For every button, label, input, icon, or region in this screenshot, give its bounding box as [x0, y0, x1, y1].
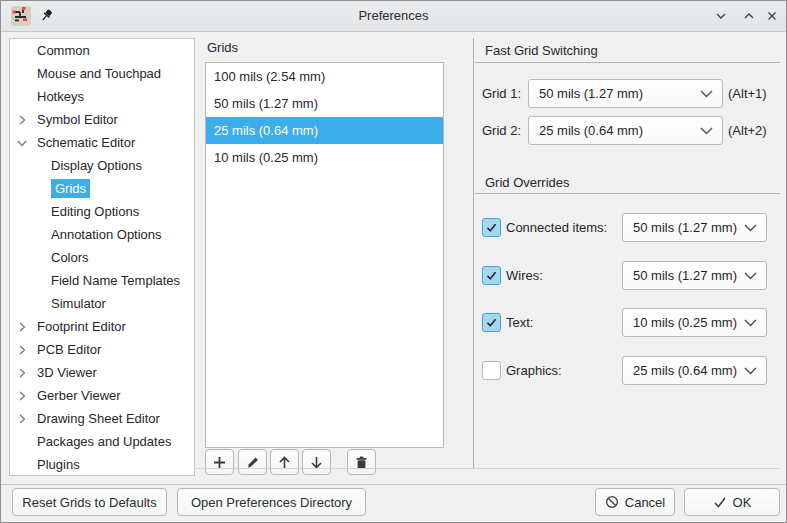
button-label: Cancel	[625, 495, 665, 510]
chevron-down-icon	[744, 272, 757, 280]
wires-dropdown[interactable]: 50 mils (1.27 mm)	[622, 261, 767, 290]
sidebar-item-symbol-editor[interactable]: Symbol Editor	[10, 108, 194, 131]
checkmark-icon	[485, 316, 498, 329]
sidebar-item-plugins[interactable]: Plugins	[10, 453, 194, 476]
sidebar-item-common[interactable]: Common	[10, 39, 194, 62]
text-label[interactable]: Text:	[506, 308, 533, 337]
grid2-value: 25 mils (0.64 mm)	[529, 123, 700, 138]
chevron-down-icon[interactable]	[17, 138, 27, 148]
graphics-value: 25 mils (0.64 mm)	[623, 363, 744, 378]
sidebar-item-label: Editing Options	[51, 204, 139, 219]
chevron-down-icon	[700, 127, 713, 135]
chevron-right-icon[interactable]	[17, 414, 27, 424]
sidebar-item-label: Colors	[51, 250, 89, 265]
move-grid-up-button[interactable]	[270, 449, 299, 475]
cancel-button[interactable]: Cancel	[595, 488, 675, 516]
sidebar-item-hotkeys[interactable]: Hotkeys	[10, 85, 194, 108]
sidebar-item-label-selected: Grids	[51, 179, 90, 198]
preferences-nav-tree: Common Mouse and Touchpad Hotkeys Symbol…	[9, 38, 195, 476]
text-checkbox[interactable]	[482, 313, 501, 332]
titlebar[interactable]: Preferences	[1, 1, 786, 32]
sidebar-item-label: Hotkeys	[37, 89, 84, 104]
sidebar-item-gerber-viewer[interactable]: Gerber Viewer	[10, 384, 194, 407]
button-label: Open Preferences Directory	[191, 495, 352, 510]
graphics-checkbox[interactable]	[482, 361, 501, 380]
grids-listbox[interactable]: 100 mils (2.54 mm) 50 mils (1.27 mm) 25 …	[205, 62, 444, 448]
grid1-dropdown[interactable]: 50 mils (1.27 mm)	[528, 79, 723, 108]
sidebar-item-label: Display Options	[51, 158, 142, 173]
chevron-right-icon[interactable]	[17, 115, 27, 125]
chevron-right-icon[interactable]	[17, 322, 27, 332]
sidebar-item-label: Common	[37, 43, 90, 58]
graphics-label[interactable]: Graphics:	[506, 356, 562, 385]
button-label: Reset Grids to Defaults	[22, 495, 156, 510]
wires-checkbox[interactable]	[482, 266, 501, 285]
connected-items-checkbox[interactable]	[482, 218, 501, 237]
page-bottom-border	[196, 468, 780, 469]
button-label: OK	[733, 495, 752, 510]
sidebar-item-packages-and-updates[interactable]: Packages and Updates	[10, 430, 194, 453]
connected-items-dropdown[interactable]: 50 mils (1.27 mm)	[622, 213, 767, 242]
sidebar-item-simulator[interactable]: Simulator	[10, 292, 194, 315]
sidebar-item-footprint-editor[interactable]: Footprint Editor	[10, 315, 194, 338]
sidebar-item-label: Simulator	[51, 296, 106, 311]
text-value: 10 mils (0.25 mm)	[623, 315, 744, 330]
reset-grids-to-defaults-button[interactable]: Reset Grids to Defaults	[12, 488, 167, 516]
connected-items-value: 50 mils (1.27 mm)	[623, 220, 744, 235]
checkmark-icon	[485, 269, 498, 282]
grid-list-item-selected[interactable]: 25 mils (0.64 mm)	[206, 117, 443, 144]
add-grid-button[interactable]	[205, 449, 234, 475]
connected-items-label[interactable]: Connected items:	[506, 213, 607, 242]
grid-list-item[interactable]: 50 mils (1.27 mm)	[206, 90, 443, 117]
edit-grid-button[interactable]	[238, 449, 267, 475]
chevron-down-icon	[700, 90, 713, 98]
footer-separator	[1, 484, 787, 485]
text-dropdown[interactable]: 10 mils (0.25 mm)	[622, 308, 767, 337]
sidebar-item-3d-viewer[interactable]: 3D Viewer	[10, 361, 194, 384]
sidebar-item-label: Gerber Viewer	[37, 388, 121, 403]
sidebar-item-field-name-templates[interactable]: Field Name Templates	[10, 269, 194, 292]
cancel-icon	[605, 495, 619, 509]
sidebar-item-label: Symbol Editor	[37, 112, 118, 127]
grid1-label: Grid 1:	[482, 79, 521, 108]
sidebar-item-label: 3D Viewer	[37, 365, 97, 380]
chevron-right-icon[interactable]	[17, 345, 27, 355]
close-icon[interactable]	[764, 8, 780, 24]
grid2-dropdown[interactable]: 25 mils (0.64 mm)	[528, 116, 723, 145]
ok-button[interactable]: OK	[684, 488, 780, 516]
sidebar-item-label: Mouse and Touchpad	[37, 66, 161, 81]
sidebar-item-display-options[interactable]: Display Options	[10, 154, 194, 177]
delete-grid-button[interactable]	[347, 449, 376, 475]
sidebar-item-label: Footprint Editor	[37, 319, 126, 334]
preferences-dialog: Preferences Common Mouse and Touchpad Ho…	[0, 0, 787, 523]
grid-overrides-heading: Grid Overrides	[485, 175, 570, 190]
open-preferences-directory-button[interactable]: Open Preferences Directory	[177, 488, 366, 516]
sidebar-item-annotation-options[interactable]: Annotation Options	[10, 223, 194, 246]
sidebar-item-colors[interactable]: Colors	[10, 246, 194, 269]
section-divider	[475, 62, 780, 63]
maximize-icon[interactable]	[741, 8, 757, 24]
grid-list-item[interactable]: 10 mils (0.25 mm)	[206, 144, 443, 171]
fast-grid-switching-heading: Fast Grid Switching	[485, 43, 598, 58]
sidebar-item-label: Field Name Templates	[51, 273, 180, 288]
wires-label[interactable]: Wires:	[506, 261, 543, 290]
sidebar-item-mouse-and-touchpad[interactable]: Mouse and Touchpad	[10, 62, 194, 85]
sidebar-item-editing-options[interactable]: Editing Options	[10, 200, 194, 223]
sidebar-item-schematic-editor[interactable]: Schematic Editor	[10, 131, 194, 154]
chevron-right-icon[interactable]	[17, 391, 27, 401]
sidebar-item-drawing-sheet-editor[interactable]: Drawing Sheet Editor	[10, 407, 194, 430]
sidebar-item-label: Drawing Sheet Editor	[37, 411, 160, 426]
sidebar-item-pcb-editor[interactable]: PCB Editor	[10, 338, 194, 361]
grid2-label: Grid 2:	[482, 116, 521, 145]
move-grid-down-button[interactable]	[302, 449, 331, 475]
checkmark-icon	[485, 221, 498, 234]
sidebar-item-grids[interactable]: Grids	[10, 177, 194, 200]
grid-list-item[interactable]: 100 mils (2.54 mm)	[206, 63, 443, 90]
graphics-dropdown[interactable]: 25 mils (0.64 mm)	[622, 356, 767, 385]
sidebar-item-label: Schematic Editor	[37, 135, 135, 150]
grid1-value: 50 mils (1.27 mm)	[529, 86, 700, 101]
sidebar-item-label: PCB Editor	[37, 342, 101, 357]
minimize-icon[interactable]	[713, 8, 729, 24]
chevron-right-icon[interactable]	[17, 368, 27, 378]
ok-check-icon	[713, 495, 727, 509]
